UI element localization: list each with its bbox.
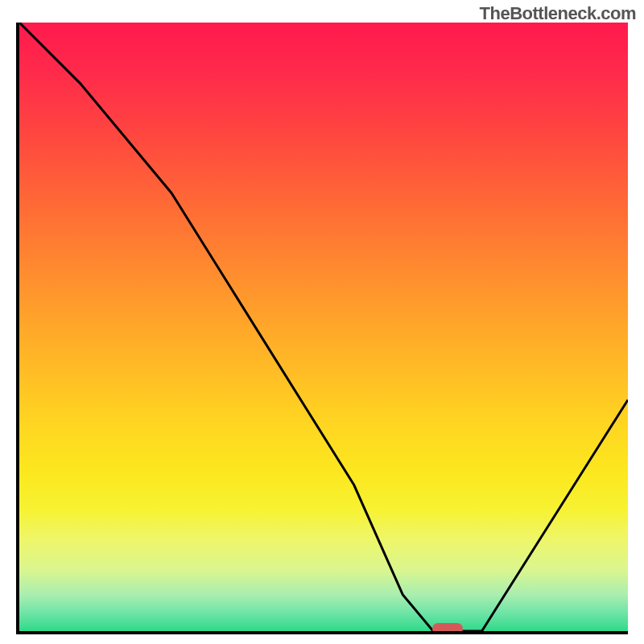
bottleneck-curve xyxy=(19,23,628,631)
watermark-text: TheBottleneck.com xyxy=(480,3,636,24)
chart-container: TheBottleneck.com xyxy=(0,0,644,644)
plot-area xyxy=(16,23,628,634)
optimal-marker xyxy=(432,623,463,634)
